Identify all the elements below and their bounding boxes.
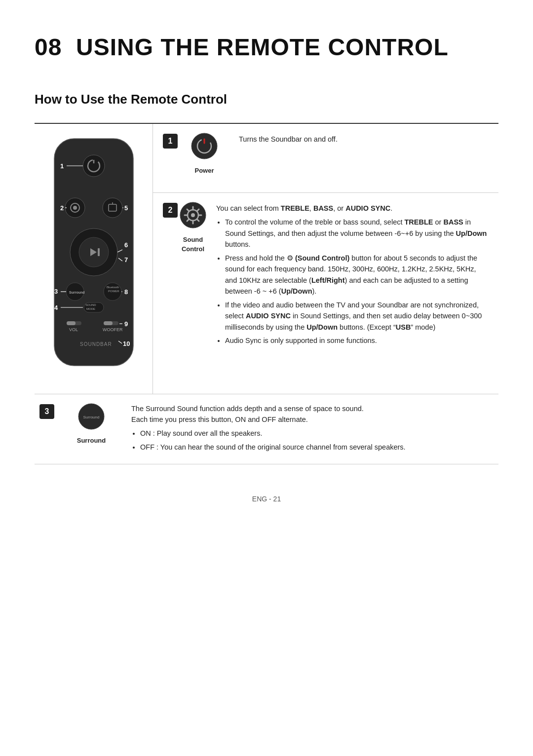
svg-text:3: 3	[54, 288, 58, 295]
svg-text:9: 9	[124, 320, 128, 328]
svg-text:Surround: Surround	[69, 291, 85, 294]
svg-text:VOL: VOL	[69, 327, 78, 332]
power-description: Turns the Soundbar on and off.	[234, 124, 347, 192]
svg-point-1	[83, 155, 105, 177]
svg-point-54	[191, 213, 195, 217]
sound-control-icon	[180, 202, 206, 228]
section-title: How to Use the Remote Control	[35, 90, 498, 109]
svg-text:SOUNDBAR: SOUNDBAR	[80, 341, 112, 347]
svg-text:SOUND: SOUND	[85, 303, 96, 306]
remote-illustration: 1	[35, 124, 153, 394]
svg-rect-39	[67, 321, 76, 325]
sound-control-description: You can select from TREBLE, BASS, or AUD…	[211, 193, 498, 394]
svg-point-49	[191, 133, 217, 159]
svg-text:10: 10	[123, 340, 130, 347]
svg-point-9	[103, 198, 122, 218]
power-label: Power	[180, 166, 229, 176]
page-title: 08 USING THE REMOTE CONTROL	[35, 30, 498, 65]
svg-rect-19	[98, 248, 100, 256]
content-area: 1	[35, 123, 498, 464]
svg-text:2: 2	[60, 204, 64, 212]
chapter-title: USING THE REMOTE CONTROL	[76, 34, 449, 60]
remote-svg: 1	[39, 134, 148, 380]
table-row-remote: 1	[35, 123, 498, 394]
page-footer: ENG - 21	[35, 494, 498, 504]
chapter-number: 08	[35, 34, 62, 60]
svg-text:6: 6	[124, 241, 128, 249]
svg-text:5: 5	[124, 204, 128, 212]
svg-text:POWER: POWER	[108, 290, 119, 293]
icon-cell-surround: Surround Surround	[59, 394, 123, 464]
page-number: ENG - 21	[252, 495, 281, 503]
surround-description: The Surround Sound function adds depth a…	[123, 394, 498, 464]
icon-cell-power: Power	[175, 124, 234, 192]
surround-icon: Surround	[78, 403, 105, 430]
svg-text:1: 1	[60, 162, 64, 170]
svg-text:Surround: Surround	[83, 415, 100, 419]
svg-text:8: 8	[124, 288, 128, 296]
svg-point-8	[73, 206, 77, 210]
svg-rect-41	[104, 321, 113, 325]
icon-cell-sound: Sound Control	[175, 193, 211, 394]
svg-text:MODE: MODE	[86, 307, 95, 310]
svg-text:Bluetooth: Bluetooth	[107, 286, 119, 289]
num-badge-3: 3	[39, 404, 54, 419]
surround-label: Surround	[67, 436, 115, 446]
power-icon	[191, 133, 218, 159]
main-table: 1	[35, 123, 498, 464]
row-sound-control: 2	[153, 193, 498, 394]
row-power: 1 Power	[153, 124, 498, 193]
svg-text:WOOFER: WOOFER	[103, 327, 123, 332]
sound-control-label: Sound Control	[180, 235, 206, 254]
svg-text:7: 7	[124, 256, 128, 264]
svg-text:4: 4	[54, 304, 58, 311]
table-row-surround: 3 Surround Surround The Surround Sound f…	[35, 394, 498, 464]
